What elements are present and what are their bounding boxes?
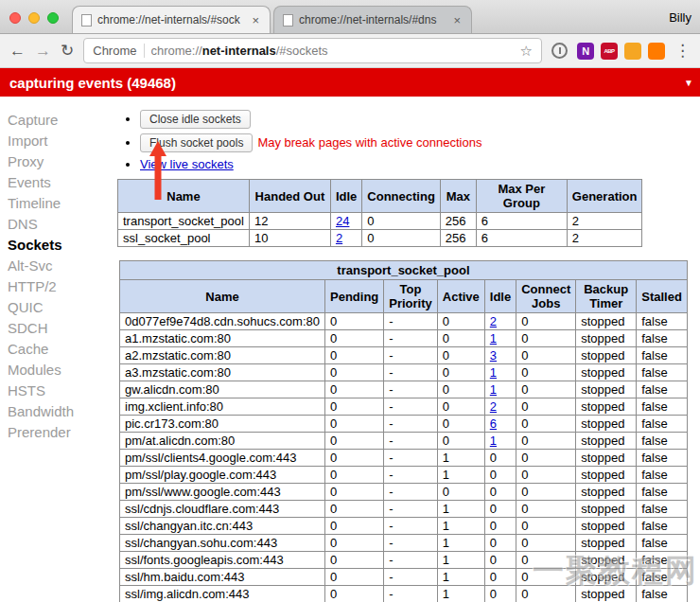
table-cell: false bbox=[637, 501, 688, 518]
tab-title: chrome://net-internals/#dns bbox=[299, 13, 446, 27]
idle-sockets-link[interactable]: 1 bbox=[490, 382, 497, 397]
table-cell: 0 bbox=[516, 364, 576, 381]
table-cell: stopped bbox=[576, 364, 637, 381]
table-cell: 0 bbox=[516, 433, 576, 450]
close-tab-icon[interactable]: × bbox=[250, 13, 261, 27]
sidebar-item-capture[interactable]: Capture bbox=[8, 110, 106, 131]
address-bar[interactable]: Chrome chrome://net-internals/#sockets ☆ bbox=[83, 38, 542, 63]
minimize-window-icon[interactable] bbox=[28, 12, 40, 24]
table-cell: 256 bbox=[440, 213, 476, 230]
sidebar-item-sdch[interactable]: SDCH bbox=[8, 318, 106, 339]
table-cell: 2 bbox=[567, 213, 642, 230]
browser-menu-icon[interactable]: ⋮ bbox=[674, 41, 691, 61]
table-cell: false bbox=[637, 467, 688, 484]
table-cell: 0 bbox=[516, 569, 576, 586]
table-cell: - bbox=[384, 398, 438, 416]
table-cell: 256 bbox=[440, 230, 476, 247]
table-cell: 0 bbox=[325, 586, 384, 602]
column-header: Connect Jobs bbox=[516, 280, 576, 313]
header-row: NameHanded OutIdleConnectingMaxMax Per G… bbox=[118, 180, 642, 213]
table-cell: 0 bbox=[516, 313, 576, 330]
orange-extension-extension-icon[interactable] bbox=[648, 43, 665, 60]
table-row: pm/ssl/play.google.com:4430-100stoppedfa… bbox=[120, 467, 688, 484]
traffic-lights bbox=[9, 12, 59, 24]
table-cell: - bbox=[384, 330, 438, 347]
table-cell: stopped bbox=[576, 484, 637, 501]
close-window-icon[interactable] bbox=[9, 12, 21, 24]
tab-dns[interactable]: chrome://net-internals/#dns × bbox=[273, 6, 472, 33]
table-cell: stopped bbox=[576, 313, 637, 330]
table-cell: - bbox=[384, 569, 438, 586]
table-cell: false bbox=[637, 586, 688, 602]
sidebar-item-cache[interactable]: Cache bbox=[8, 339, 106, 360]
sidebar-item-alt-svc[interactable]: Alt-Svc bbox=[8, 256, 106, 276]
table-cell: 1 bbox=[437, 518, 484, 535]
table-row: ssl/changyan.sohu.com:4430-100stoppedfal… bbox=[120, 535, 688, 552]
table-cell: 0 bbox=[516, 347, 576, 364]
sidebar-item-dns[interactable]: DNS bbox=[8, 214, 106, 235]
table-cell: stopped bbox=[576, 330, 637, 347]
sidebar-item-bandwidth[interactable]: Bandwidth bbox=[8, 401, 106, 422]
list-item: Flush socket poolsMay break pages with a… bbox=[140, 133, 694, 152]
idle-sockets-link[interactable]: 2 bbox=[336, 231, 342, 245]
info-icon[interactable] bbox=[551, 43, 568, 59]
sidebar-item-modules[interactable]: Modules bbox=[8, 360, 106, 381]
idle-sockets-link[interactable]: 2 bbox=[490, 314, 497, 328]
sidebar-item-timeline[interactable]: Timeline bbox=[8, 193, 106, 214]
table-cell: 0 bbox=[325, 433, 384, 450]
idle-sockets-link[interactable]: 3 bbox=[490, 348, 497, 363]
table-row: gw.alicdn.com:800-010stoppedfalse bbox=[120, 381, 688, 398]
table-cell: stopped bbox=[576, 586, 637, 602]
table-cell: ssl/img.alicdn.com:443 bbox=[120, 586, 325, 602]
table-cell: 0 bbox=[484, 586, 516, 602]
close-tab-icon[interactable]: × bbox=[451, 13, 463, 27]
profile-name[interactable]: Billy bbox=[669, 10, 691, 25]
url-text: chrome://net-internals/#sockets bbox=[151, 44, 328, 58]
idle-sockets-link[interactable]: 2 bbox=[490, 399, 497, 414]
idle-sockets-link[interactable]: 6 bbox=[490, 416, 497, 431]
sidebar-item-import[interactable]: Import bbox=[8, 131, 106, 151]
back-icon[interactable]: ← bbox=[9, 43, 26, 59]
table-row: transport_socket_pool1224025662 bbox=[118, 213, 642, 230]
table-cell: 0 bbox=[437, 330, 484, 347]
table-cell: - bbox=[384, 552, 438, 569]
table-cell: 1 bbox=[484, 330, 516, 347]
sidebar-item-proxy[interactable]: Proxy bbox=[8, 151, 106, 172]
table-cell: - bbox=[384, 347, 438, 364]
sidebar-item-quic[interactable]: QUIC bbox=[8, 297, 106, 318]
table-cell: 0 bbox=[484, 535, 516, 552]
list-item: Close idle sockets bbox=[140, 110, 694, 129]
table-cell: 0 bbox=[437, 364, 484, 381]
sidebar-item-sockets[interactable]: Sockets bbox=[8, 235, 106, 256]
table-cell: 0 bbox=[484, 467, 516, 484]
table-cell: pic.cr173.com:80 bbox=[120, 416, 325, 433]
window-titlebar: chrome://net-internals/#sock × chrome://… bbox=[0, 0, 700, 34]
yellow-extension-extension-icon[interactable] bbox=[624, 43, 641, 60]
sidebar-item-events[interactable]: Events bbox=[8, 172, 106, 193]
onenote-extension-icon[interactable]: N bbox=[577, 43, 594, 60]
table-cell: false bbox=[637, 364, 688, 381]
table-cell: 0 bbox=[362, 213, 441, 230]
table-cell: 0 bbox=[325, 330, 384, 347]
zoom-window-icon[interactable] bbox=[47, 12, 59, 24]
adblock-plus-extension-icon[interactable]: ABP bbox=[601, 43, 618, 60]
reload-icon[interactable]: ↻ bbox=[61, 43, 74, 59]
table-cell: - bbox=[384, 535, 438, 552]
forward-icon[interactable]: → bbox=[35, 43, 51, 59]
banner-dropdown-icon[interactable]: ▼ bbox=[684, 78, 693, 88]
table-cell: 2 bbox=[330, 230, 361, 247]
bookmark-star-icon[interactable]: ☆ bbox=[520, 43, 533, 60]
tab-sockets[interactable]: chrome://net-internals/#sock × bbox=[72, 6, 271, 33]
column-header: Backup Timer bbox=[576, 280, 637, 313]
table-cell: pm/ssl/clients4.google.com:443 bbox=[120, 450, 325, 467]
idle-sockets-link[interactable]: 1 bbox=[490, 365, 497, 380]
idle-sockets-link[interactable]: 1 bbox=[490, 331, 497, 345]
sidebar-item-prerender[interactable]: Prerender bbox=[8, 422, 106, 443]
sidebar-item-http-2[interactable]: HTTP/2 bbox=[8, 276, 106, 297]
idle-sockets-link[interactable]: 1 bbox=[490, 434, 497, 448]
table-cell: 1 bbox=[484, 381, 516, 398]
close-idle-sockets-button[interactable]: Close idle sockets bbox=[140, 110, 251, 129]
sidebar-item-hsts[interactable]: HSTS bbox=[8, 381, 106, 401]
table-cell: 0 bbox=[362, 230, 441, 247]
idle-sockets-link[interactable]: 24 bbox=[336, 214, 349, 228]
